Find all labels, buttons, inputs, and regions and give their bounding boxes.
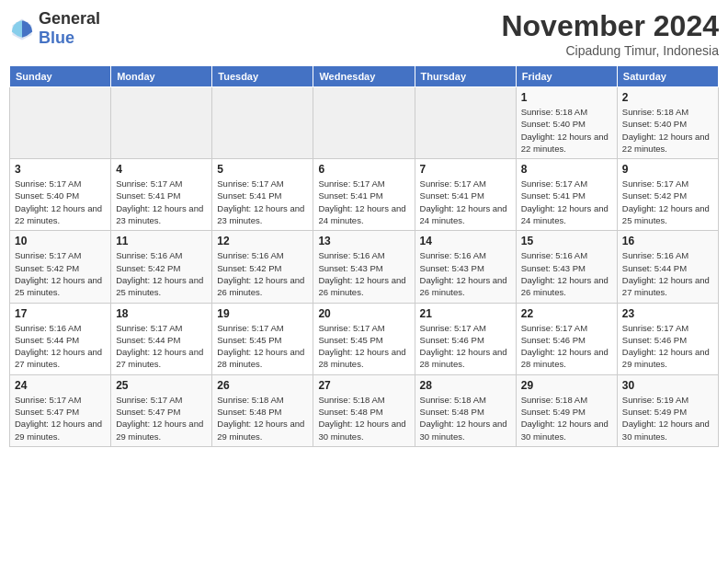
calendar-cell: 10Sunrise: 5:17 AM Sunset: 5:42 PM Dayli…: [10, 231, 111, 303]
day-info: Sunrise: 5:16 AM Sunset: 5:43 PM Dayligh…: [318, 249, 409, 298]
calendar-cell: 26Sunrise: 5:18 AM Sunset: 5:48 PM Dayli…: [212, 374, 313, 446]
header: General Blue November 2024 Cipadung Timu…: [9, 9, 719, 58]
calendar-cell: 28Sunrise: 5:18 AM Sunset: 5:48 PM Dayli…: [415, 374, 516, 446]
day-number: 23: [622, 307, 713, 320]
day-info: Sunrise: 5:17 AM Sunset: 5:41 PM Dayligh…: [318, 178, 409, 226]
day-info: Sunrise: 5:17 AM Sunset: 5:45 PM Dayligh…: [318, 322, 409, 371]
calendar-cell: 25Sunrise: 5:17 AM Sunset: 5:47 PM Dayli…: [111, 374, 212, 446]
title-area: November 2024 Cipadung Timur, Indonesia: [501, 9, 719, 58]
day-info: Sunrise: 5:18 AM Sunset: 5:40 PM Dayligh…: [622, 106, 713, 155]
day-number: 11: [116, 235, 207, 247]
weekday-header: Wednesday: [313, 66, 415, 87]
calendar-cell: 7Sunrise: 5:17 AM Sunset: 5:41 PM Daylig…: [415, 159, 516, 231]
calendar-cell: 4Sunrise: 5:17 AM Sunset: 5:41 PM Daylig…: [111, 159, 212, 231]
day-number: 13: [318, 235, 409, 247]
calendar-week-row: 1Sunrise: 5:18 AM Sunset: 5:40 PM Daylig…: [10, 87, 719, 159]
calendar-cell: [313, 87, 415, 159]
day-number: 7: [420, 163, 511, 176]
day-info: Sunrise: 5:17 AM Sunset: 5:44 PM Dayligh…: [116, 322, 207, 371]
calendar-cell: [212, 87, 313, 159]
day-info: Sunrise: 5:17 AM Sunset: 5:46 PM Dayligh…: [420, 322, 511, 371]
weekday-header: Saturday: [617, 66, 718, 87]
calendar-week-row: 10Sunrise: 5:17 AM Sunset: 5:42 PM Dayli…: [10, 231, 719, 303]
day-number: 6: [318, 163, 409, 176]
calendar: SundayMondayTuesdayWednesdayThursdayFrid…: [9, 65, 719, 447]
day-number: 18: [116, 307, 207, 320]
day-info: Sunrise: 5:17 AM Sunset: 5:41 PM Dayligh…: [217, 178, 308, 226]
day-info: Sunrise: 5:16 AM Sunset: 5:44 PM Dayligh…: [622, 249, 713, 298]
day-info: Sunrise: 5:17 AM Sunset: 5:42 PM Dayligh…: [15, 249, 106, 298]
day-info: Sunrise: 5:18 AM Sunset: 5:48 PM Dayligh…: [420, 394, 511, 442]
day-number: 17: [15, 307, 106, 320]
day-number: 26: [217, 379, 308, 392]
calendar-week-row: 24Sunrise: 5:17 AM Sunset: 5:47 PM Dayli…: [10, 374, 719, 446]
day-number: 19: [217, 307, 308, 320]
weekday-header-row: SundayMondayTuesdayWednesdayThursdayFrid…: [10, 66, 719, 87]
logo-text: General Blue: [39, 9, 100, 48]
day-info: Sunrise: 5:17 AM Sunset: 5:46 PM Dayligh…: [622, 322, 713, 371]
weekday-header: Thursday: [415, 66, 516, 87]
day-number: 15: [521, 235, 612, 247]
day-number: 1: [521, 91, 612, 104]
calendar-cell: 2Sunrise: 5:18 AM Sunset: 5:40 PM Daylig…: [617, 87, 718, 159]
calendar-cell: 19Sunrise: 5:17 AM Sunset: 5:45 PM Dayli…: [212, 303, 313, 374]
day-number: 2: [622, 91, 713, 104]
calendar-cell: 1Sunrise: 5:18 AM Sunset: 5:40 PM Daylig…: [516, 87, 617, 159]
calendar-cell: 30Sunrise: 5:19 AM Sunset: 5:49 PM Dayli…: [617, 374, 718, 446]
calendar-cell: 3Sunrise: 5:17 AM Sunset: 5:40 PM Daylig…: [10, 159, 111, 231]
day-number: 25: [116, 379, 207, 392]
day-info: Sunrise: 5:18 AM Sunset: 5:40 PM Dayligh…: [521, 106, 612, 155]
calendar-cell: 6Sunrise: 5:17 AM Sunset: 5:41 PM Daylig…: [313, 159, 415, 231]
weekday-header: Monday: [111, 66, 212, 87]
calendar-cell: 14Sunrise: 5:16 AM Sunset: 5:43 PM Dayli…: [415, 231, 516, 303]
calendar-cell: 21Sunrise: 5:17 AM Sunset: 5:46 PM Dayli…: [415, 303, 516, 374]
location-subtitle: Cipadung Timur, Indonesia: [501, 43, 719, 58]
day-info: Sunrise: 5:18 AM Sunset: 5:49 PM Dayligh…: [521, 394, 612, 442]
day-number: 9: [622, 163, 713, 176]
weekday-header: Friday: [516, 66, 617, 87]
calendar-week-row: 3Sunrise: 5:17 AM Sunset: 5:40 PM Daylig…: [10, 159, 719, 231]
day-number: 29: [521, 379, 612, 392]
day-number: 28: [420, 379, 511, 392]
calendar-cell: [10, 87, 111, 159]
calendar-cell: 9Sunrise: 5:17 AM Sunset: 5:42 PM Daylig…: [617, 159, 718, 231]
day-info: Sunrise: 5:17 AM Sunset: 5:40 PM Dayligh…: [15, 178, 106, 226]
day-number: 22: [521, 307, 612, 320]
day-info: Sunrise: 5:17 AM Sunset: 5:41 PM Dayligh…: [116, 178, 207, 226]
calendar-cell: 12Sunrise: 5:16 AM Sunset: 5:42 PM Dayli…: [212, 231, 313, 303]
calendar-cell: [415, 87, 516, 159]
day-info: Sunrise: 5:17 AM Sunset: 5:47 PM Dayligh…: [15, 394, 106, 442]
calendar-cell: 11Sunrise: 5:16 AM Sunset: 5:42 PM Dayli…: [111, 231, 212, 303]
calendar-cell: [111, 87, 212, 159]
day-info: Sunrise: 5:17 AM Sunset: 5:46 PM Dayligh…: [521, 322, 612, 371]
calendar-cell: 23Sunrise: 5:17 AM Sunset: 5:46 PM Dayli…: [617, 303, 718, 374]
day-info: Sunrise: 5:17 AM Sunset: 5:41 PM Dayligh…: [420, 178, 511, 226]
calendar-cell: 20Sunrise: 5:17 AM Sunset: 5:45 PM Dayli…: [313, 303, 415, 374]
day-number: 3: [15, 163, 106, 176]
logo-blue: Blue: [39, 29, 74, 47]
calendar-cell: 29Sunrise: 5:18 AM Sunset: 5:49 PM Dayli…: [516, 374, 617, 446]
day-info: Sunrise: 5:17 AM Sunset: 5:45 PM Dayligh…: [217, 322, 308, 371]
day-number: 30: [622, 379, 713, 392]
day-info: Sunrise: 5:17 AM Sunset: 5:42 PM Dayligh…: [622, 178, 713, 226]
day-info: Sunrise: 5:16 AM Sunset: 5:42 PM Dayligh…: [217, 249, 308, 298]
calendar-cell: 16Sunrise: 5:16 AM Sunset: 5:44 PM Dayli…: [617, 231, 718, 303]
calendar-cell: 15Sunrise: 5:16 AM Sunset: 5:43 PM Dayli…: [516, 231, 617, 303]
month-title: November 2024: [501, 9, 719, 43]
day-number: 4: [116, 163, 207, 176]
day-info: Sunrise: 5:16 AM Sunset: 5:43 PM Dayligh…: [521, 249, 612, 298]
day-number: 14: [420, 235, 511, 247]
day-info: Sunrise: 5:18 AM Sunset: 5:48 PM Dayligh…: [318, 394, 409, 442]
day-number: 16: [622, 235, 713, 247]
calendar-cell: 5Sunrise: 5:17 AM Sunset: 5:41 PM Daylig…: [212, 159, 313, 231]
calendar-cell: 27Sunrise: 5:18 AM Sunset: 5:48 PM Dayli…: [313, 374, 415, 446]
day-info: Sunrise: 5:18 AM Sunset: 5:48 PM Dayligh…: [217, 394, 308, 442]
day-number: 8: [521, 163, 612, 176]
day-info: Sunrise: 5:16 AM Sunset: 5:43 PM Dayligh…: [420, 249, 511, 298]
weekday-header: Tuesday: [212, 66, 313, 87]
calendar-cell: 8Sunrise: 5:17 AM Sunset: 5:41 PM Daylig…: [516, 159, 617, 231]
calendar-cell: 17Sunrise: 5:16 AM Sunset: 5:44 PM Dayli…: [10, 303, 111, 374]
day-info: Sunrise: 5:17 AM Sunset: 5:47 PM Dayligh…: [116, 394, 207, 442]
day-number: 10: [15, 235, 106, 247]
day-number: 20: [318, 307, 409, 320]
